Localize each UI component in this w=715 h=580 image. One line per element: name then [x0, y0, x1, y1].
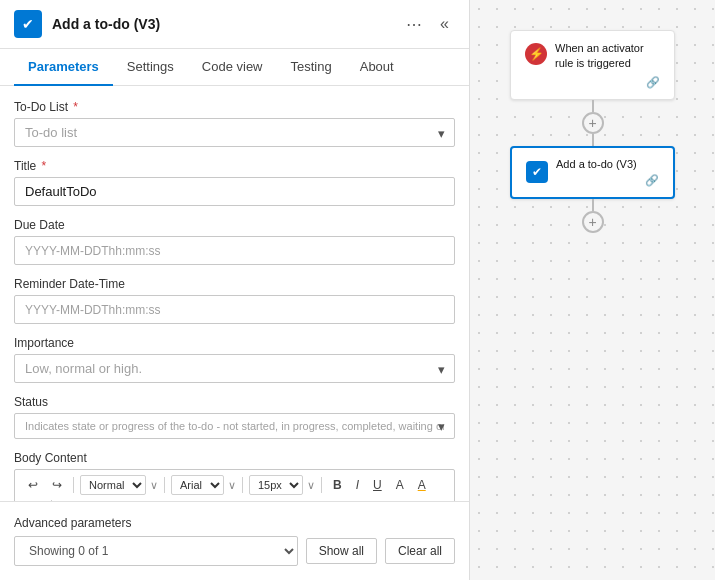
advanced-select[interactable]: Showing 0 of 1 [14, 536, 298, 566]
clear-all-button[interactable]: Clear all [385, 538, 455, 564]
toolbar-sep-4 [321, 477, 322, 493]
action-card-content: Add a to-do (V3) 🔗 [556, 158, 659, 187]
font-chevron: ∨ [228, 479, 236, 492]
panel-header: ✔ Add a to-do (V3) ⋯ « [0, 0, 469, 49]
add-step-button-1[interactable]: + [582, 112, 604, 134]
toolbar-sep-3 [242, 477, 243, 493]
title-label: Title * [14, 159, 455, 173]
reminder-date-input[interactable] [14, 295, 455, 324]
panel-title: Add a to-do (V3) [52, 16, 390, 32]
header-actions: ⋯ « [400, 13, 455, 36]
toolbar-sep-1 [73, 477, 74, 493]
importance-label: Importance [14, 336, 455, 350]
importance-select-wrapper: Low, normal or high. [14, 354, 455, 383]
form-content: To-Do List * To-do list Title * Due Date… [0, 86, 469, 501]
right-panel: ⚡ When an activator rule is triggered 🔗 … [470, 0, 715, 580]
todo-list-label: To-Do List * [14, 100, 455, 114]
connector-1: + [582, 100, 604, 146]
bold-button[interactable]: B [328, 476, 347, 494]
more-options-button[interactable]: ⋯ [400, 13, 428, 36]
status-field: Status Indicates state or progress of th… [14, 395, 455, 439]
due-date-label: Due Date [14, 218, 455, 232]
reminder-date-field: Reminder Date-Time [14, 277, 455, 324]
required-indicator: * [70, 100, 78, 114]
panel-icon: ✔ [14, 10, 42, 38]
tab-about[interactable]: About [346, 49, 408, 86]
trigger-footer: 🔗 [555, 72, 660, 89]
tabs-bar: Parameters Settings Code view Testing Ab… [0, 49, 469, 86]
importance-select[interactable]: Low, normal or high. [14, 354, 455, 383]
action-icon: ✔ [526, 161, 548, 183]
check-icon: ✔ [532, 165, 542, 179]
left-panel: ✔ Add a to-do (V3) ⋯ « Parameters Settin… [0, 0, 470, 580]
body-content-label: Body Content [14, 451, 455, 465]
advanced-section: Advanced parameters Showing 0 of 1 Show … [0, 501, 469, 580]
underline-button[interactable]: U [368, 476, 387, 494]
size-chevron: ∨ [307, 479, 315, 492]
trigger-icon: ⚡ [525, 43, 547, 65]
show-all-button[interactable]: Show all [306, 538, 377, 564]
size-select[interactable]: 15px [249, 475, 303, 495]
due-date-field: Due Date [14, 218, 455, 265]
trigger-card[interactable]: ⚡ When an activator rule is triggered 🔗 [510, 30, 675, 100]
trigger-card-content: When an activator rule is triggered 🔗 [555, 41, 660, 89]
lightning-icon: ⚡ [529, 47, 544, 61]
flow-container: ⚡ When an activator rule is triggered 🔗 … [510, 30, 675, 233]
italic-button[interactable]: I [351, 476, 364, 494]
add-step-button-2[interactable]: + [582, 211, 604, 233]
trigger-text: When an activator rule is triggered [555, 41, 660, 72]
required-indicator-title: * [38, 159, 46, 173]
tab-testing[interactable]: Testing [277, 49, 346, 86]
line-bottom-2 [592, 199, 594, 211]
action-card[interactable]: ✔ Add a to-do (V3) 🔗 [510, 146, 675, 199]
tab-code-view[interactable]: Code view [188, 49, 277, 86]
body-content-field: Body Content ↩ ↪ Normal ∨ Arial ∨ [14, 451, 455, 501]
title-input[interactable] [14, 177, 455, 206]
checkmark-icon: ✔ [22, 16, 34, 32]
format-chevron: ∨ [150, 479, 158, 492]
trigger-link-icon: 🔗 [646, 76, 660, 89]
tab-parameters[interactable]: Parameters [14, 49, 113, 86]
importance-field: Importance Low, normal or high. [14, 336, 455, 383]
todo-list-select-wrapper: To-do list [14, 118, 455, 147]
collapse-button[interactable]: « [434, 13, 455, 35]
line-top [592, 100, 594, 112]
tab-settings[interactable]: Settings [113, 49, 188, 86]
advanced-row: Showing 0 of 1 Show all Clear all [14, 536, 455, 566]
due-date-input[interactable] [14, 236, 455, 265]
action-text: Add a to-do (V3) [556, 158, 659, 170]
status-select[interactable]: Indicates state or progress of the to-do… [14, 413, 455, 439]
undo-button[interactable]: ↩ [23, 476, 43, 494]
status-label: Status [14, 395, 455, 409]
font-color-button[interactable]: A [391, 476, 409, 494]
highlight-button[interactable]: A [413, 476, 431, 494]
font-select[interactable]: Arial [171, 475, 224, 495]
reminder-date-label: Reminder Date-Time [14, 277, 455, 291]
status-select-wrapper: Indicates state or progress of the to-do… [14, 413, 455, 439]
todo-list-select[interactable]: To-do list [14, 118, 455, 147]
advanced-label: Advanced parameters [14, 516, 455, 530]
toolbar-sep-2 [164, 477, 165, 493]
action-footer: 🔗 [556, 170, 659, 187]
connector-2: + [582, 199, 604, 233]
todo-list-field: To-Do List * To-do list [14, 100, 455, 147]
editor-toolbar: ↩ ↪ Normal ∨ Arial ∨ 15px [15, 470, 454, 501]
redo-button[interactable]: ↪ [47, 476, 67, 494]
action-link-icon: 🔗 [645, 174, 659, 187]
format-select[interactable]: Normal [80, 475, 146, 495]
line-bottom [592, 134, 594, 146]
title-field: Title * [14, 159, 455, 206]
body-content-editor: ↩ ↪ Normal ∨ Arial ∨ 15px [14, 469, 455, 501]
